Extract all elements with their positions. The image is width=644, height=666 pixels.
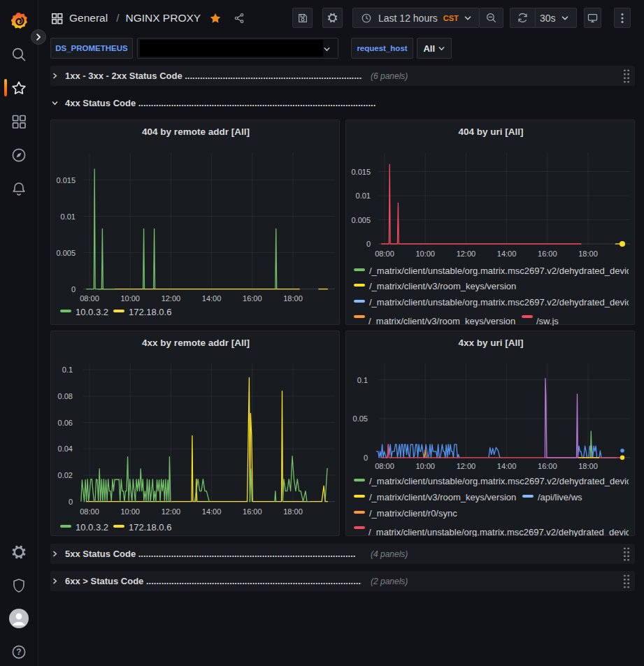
- svg-text:12:00: 12:00: [457, 462, 476, 470]
- svg-text:0: 0: [366, 240, 371, 248]
- svg-text:0.1: 0.1: [357, 376, 368, 384]
- svg-text:0.1: 0.1: [62, 365, 73, 374]
- svg-text:/_matrix/client/unstable/org.m: /_matrix/client/unstable/org.matrix.msc2…: [369, 297, 636, 307]
- svg-text:10:00: 10:00: [415, 462, 435, 470]
- svg-text:0.05: 0.05: [353, 414, 368, 423]
- svg-text:14:00: 14:00: [202, 507, 222, 516]
- svg-text:/sw.js: /sw.js: [536, 316, 559, 326]
- svg-text:16:00: 16:00: [243, 507, 262, 516]
- svg-text:14:00: 14:00: [497, 462, 517, 470]
- svg-text:16:00: 16:00: [243, 294, 262, 303]
- svg-text:08:00: 08:00: [375, 249, 394, 258]
- svg-text:0.02: 0.02: [58, 471, 73, 479]
- svg-text:0.01: 0.01: [356, 191, 371, 200]
- svg-text:0.04: 0.04: [58, 444, 73, 453]
- svg-text:172.18.0.6: 172.18.0.6: [129, 522, 171, 533]
- svg-text:404 by remote addr [All]: 404 by remote addr [All]: [142, 126, 250, 137]
- svg-text:0.01: 0.01: [61, 212, 76, 221]
- svg-text:10.0.3.2: 10.0.3.2: [76, 522, 108, 533]
- svg-text:18:00: 18:00: [283, 507, 303, 516]
- svg-text:16:00: 16:00: [538, 462, 557, 470]
- svg-text:16:00: 16:00: [538, 249, 557, 258]
- svg-text:0.08: 0.08: [58, 392, 73, 400]
- svg-text:10:00: 10:00: [120, 507, 140, 516]
- svg-text:0: 0: [364, 454, 368, 462]
- svg-text:18:00: 18:00: [578, 249, 598, 258]
- svg-text:12:00: 12:00: [457, 249, 476, 258]
- svg-text:/_matrix/client/unstable/org.m: /_matrix/client/unstable/org.matrix.msc2…: [369, 266, 636, 276]
- svg-text:18:00: 18:00: [283, 294, 303, 303]
- svg-text:/_matrix/client/v3/room_keys/v: /_matrix/client/v3/room_keys/version: [369, 281, 516, 291]
- svg-text:4xx by uri [All]: 4xx by uri [All]: [458, 338, 523, 348]
- svg-text:10:00: 10:00: [120, 294, 140, 303]
- svg-text:?: ?: [16, 647, 21, 657]
- svg-text:4xx by remote addr [All]: 4xx by remote addr [All]: [142, 338, 250, 348]
- svg-text:14:00: 14:00: [202, 294, 222, 303]
- svg-text:/_matrix/client/unstable/org.m: /_matrix/client/unstable/org.matrix.msc2…: [368, 527, 636, 537]
- svg-text:0.015: 0.015: [351, 168, 371, 176]
- svg-text:12:00: 12:00: [162, 507, 181, 516]
- svg-text:0.005: 0.005: [351, 216, 371, 224]
- svg-text:/api/live/ws: /api/live/ws: [538, 492, 582, 502]
- svg-text:14:00: 14:00: [497, 249, 517, 258]
- svg-text:404 by uri [All]: 404 by uri [All]: [458, 126, 523, 137]
- svg-text:10:00: 10:00: [415, 249, 435, 258]
- svg-text:08:00: 08:00: [375, 462, 394, 470]
- svg-text:/_matrix/client/v3/room_keys/v: /_matrix/client/v3/room_keys/version: [368, 316, 515, 326]
- svg-text:/_matrix/client/v3/room_keys/v: /_matrix/client/v3/room_keys/version: [369, 492, 516, 502]
- svg-text:0: 0: [69, 498, 73, 506]
- svg-text:08:00: 08:00: [80, 507, 99, 516]
- svg-text:/_matrix/client/unstable/org.m: /_matrix/client/unstable/org.matrix.msc2…: [369, 476, 636, 486]
- svg-text:172.18.0.6: 172.18.0.6: [129, 307, 171, 317]
- svg-text:/_matrix/client/r0/sync: /_matrix/client/r0/sync: [369, 508, 457, 519]
- svg-text:0.06: 0.06: [58, 419, 73, 427]
- svg-text:0: 0: [71, 285, 76, 294]
- svg-text:0.015: 0.015: [56, 176, 76, 184]
- svg-text:12:00: 12:00: [162, 294, 181, 303]
- svg-text:10.0.3.2: 10.0.3.2: [76, 307, 108, 317]
- svg-text:08:00: 08:00: [80, 294, 99, 303]
- svg-text:0.005: 0.005: [56, 249, 76, 257]
- svg-text:18:00: 18:00: [578, 462, 598, 470]
